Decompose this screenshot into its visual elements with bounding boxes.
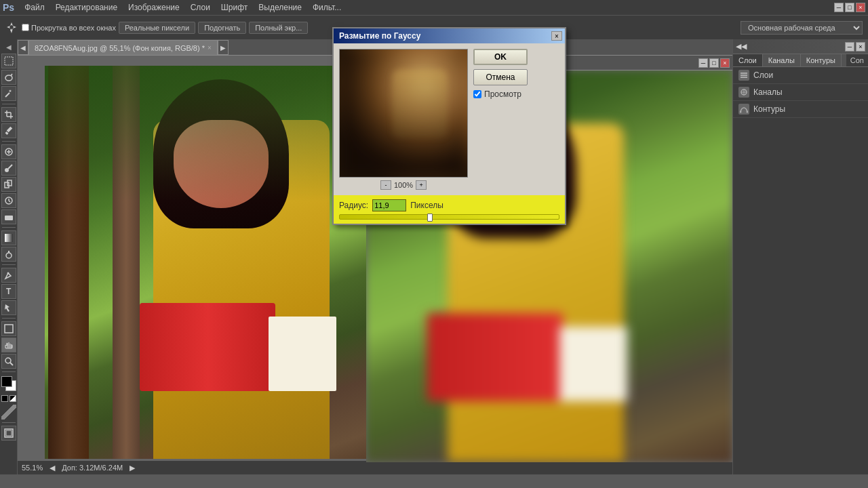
svg-line-4 <box>5 93 9 97</box>
left-status-arrow-right[interactable]: ▶ <box>130 464 135 472</box>
panel-tab-paths[interactable]: Контуры <box>801 54 842 66</box>
full-screen-btn[interactable]: Полный экр... <box>249 22 308 34</box>
zoom-out-btn[interactable]: - <box>380 180 391 190</box>
move-tool-icon[interactable] <box>4 20 19 35</box>
zoom-tool-btn[interactable] <box>1 354 16 369</box>
preview-checkbox[interactable]: Просмотр <box>473 89 559 99</box>
brush-tool-btn[interactable] <box>1 161 16 176</box>
left-status-bar: 55.1% ◀ Доп: 3.12M/6.24M ▶ <box>18 461 732 474</box>
left-status-arrow-left[interactable]: ◀ <box>50 464 55 472</box>
right-panel-header: ◀◀ ─ × <box>733 39 868 54</box>
eyedropper-tool-btn[interactable] <box>1 123 16 138</box>
radius-slider-thumb[interactable] <box>427 214 433 222</box>
shape-tool-btn[interactable] <box>1 321 16 336</box>
main-canvas-tab[interactable]: 8ZOA8FN5Aug.jpg @ 55,1% (Фон копия, RGB/… <box>28 40 218 55</box>
svg-marker-26 <box>5 304 9 312</box>
radius-section: Радиус: Пикселы <box>334 195 565 224</box>
panel-channels-item[interactable]: Каналы <box>733 84 868 101</box>
left-toolbar: ◀ <box>0 39 18 474</box>
dialog-close-btn[interactable]: × <box>551 31 562 41</box>
ok-button[interactable]: OK <box>473 49 528 65</box>
paths-label: Контуры <box>753 104 785 114</box>
tab-close-icon[interactable]: × <box>208 44 212 52</box>
change-screen-mode-btn[interactable] <box>1 426 16 441</box>
book <box>140 303 275 391</box>
menu-select[interactable]: Выделение <box>254 1 307 14</box>
panel-paths-item[interactable]: Контуры <box>733 101 868 118</box>
switch-colors-icon[interactable] <box>9 395 16 402</box>
dodge-tool-btn[interactable] <box>1 247 16 262</box>
zoom-level-display: 100% <box>394 181 413 189</box>
layers-icon <box>738 70 749 81</box>
radius-slider[interactable] <box>339 214 559 220</box>
real-pixels-btn[interactable]: Реальные пиксели <box>119 22 195 34</box>
preview-checkbox-input[interactable] <box>473 90 481 98</box>
gradient-tool-btn[interactable] <box>1 230 16 245</box>
zoom-in-btn[interactable]: + <box>416 180 427 190</box>
menu-file[interactable]: Файл <box>20 1 50 14</box>
foreground-background-color[interactable] <box>1 376 16 391</box>
window-minimize-btn[interactable]: ─ <box>834 3 844 12</box>
window-close-btn[interactable]: × <box>856 3 865 12</box>
svg-rect-10 <box>6 127 12 132</box>
menu-edit[interactable]: Редактирование <box>51 1 122 14</box>
svg-line-29 <box>10 363 13 365</box>
hand-tool-btn active[interactable] <box>1 338 16 352</box>
path-select-tool-btn[interactable] <box>1 300 16 315</box>
scroll-all-checkbox[interactable]: Прокрутка во всех окнах <box>22 24 116 32</box>
menu-font[interactable]: Шрифт <box>216 1 252 14</box>
gaussian-blur-dialog[interactable]: Размытие по Гауссу × - 100% + <box>332 27 566 225</box>
window-maximize-btn[interactable]: □ <box>845 3 854 12</box>
text-tool-btn[interactable]: T <box>1 284 16 299</box>
lasso-tool-btn[interactable] <box>1 70 16 85</box>
panel-layers-item[interactable]: Слои <box>733 67 868 84</box>
dialog-right-controls: OK Отмена Просмотр <box>473 49 559 190</box>
left-zoom-display: 55.1% <box>22 464 43 472</box>
menu-image[interactable]: Изображение <box>123 1 184 14</box>
pen-tool-btn[interactable] <box>1 268 16 283</box>
workspace-select[interactable]: Основная рабочая среда <box>741 21 863 35</box>
panel-tab-layers[interactable]: Слои <box>733 54 763 66</box>
svg-rect-21 <box>5 234 13 242</box>
magic-wand-tool-btn[interactable] <box>1 86 16 101</box>
tab-label: 8ZOA8FN5Aug.jpg @ 55,1% (Фон копия, RGB/… <box>35 44 205 52</box>
panel-tab-channels[interactable]: Каналы <box>763 54 801 66</box>
tree-trunk-left <box>48 66 89 459</box>
panel-close-btn[interactable]: × <box>856 42 865 52</box>
eraser-tool-btn[interactable] <box>1 209 16 224</box>
right-win-close-btn[interactable]: × <box>720 58 730 68</box>
heal-tool-btn[interactable] <box>1 144 16 159</box>
toolbar-expand-icon[interactable]: ◀ <box>5 42 13 52</box>
panel-minimize-btn[interactable]: ─ <box>845 42 854 52</box>
cancel-button[interactable]: Отмена <box>473 69 528 85</box>
menu-layers[interactable]: Слои <box>186 1 215 14</box>
svg-rect-33 <box>741 75 747 76</box>
svg-rect-20 <box>5 216 13 220</box>
tab-scroll-right[interactable]: ▶ <box>218 40 229 55</box>
right-win-minimize-btn[interactable]: ─ <box>698 58 708 68</box>
tab-scroll-left[interactable]: ◀ <box>18 40 28 55</box>
dialog-title: Размытие по Гауссу <box>339 31 420 41</box>
menu-filter[interactable]: Фильт... <box>308 1 346 14</box>
preview-label: Просмотр <box>484 89 521 99</box>
history-tool-btn[interactable] <box>1 193 16 208</box>
right-win-maximize-btn[interactable]: □ <box>709 58 719 68</box>
radius-input[interactable] <box>372 199 406 211</box>
svg-marker-0 <box>7 22 16 33</box>
radius-unit: Пикселы <box>410 201 443 210</box>
svg-rect-17 <box>5 182 9 188</box>
default-colors-icon[interactable] <box>1 395 8 402</box>
svg-point-22 <box>6 253 12 258</box>
crop-tool-btn[interactable] <box>1 107 16 122</box>
layers-label: Слои <box>753 70 773 80</box>
dialog-preview-section: - 100% + <box>339 49 468 190</box>
quick-mask-icon[interactable] <box>1 405 16 420</box>
fit-btn[interactable]: Подогнать <box>198 22 246 34</box>
clone-tool-btn[interactable] <box>1 177 16 192</box>
right-window-controls: ─ □ × <box>698 58 730 68</box>
right-panel-expand-icon[interactable]: ◀◀ <box>736 42 747 51</box>
svg-rect-18 <box>7 180 12 186</box>
selection-tool-btn[interactable] <box>1 54 16 68</box>
foreground-color-swatch[interactable] <box>1 376 12 387</box>
preview-zoom-controls: - 100% + <box>380 180 427 190</box>
